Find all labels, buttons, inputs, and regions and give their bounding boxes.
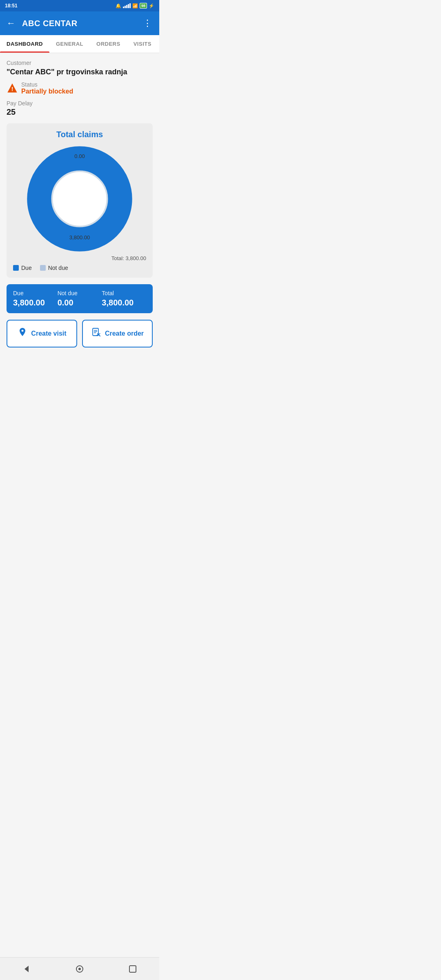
create-order-icon bbox=[91, 327, 102, 340]
status-time: 18:51 bbox=[5, 3, 18, 9]
legend-due-label: Due bbox=[21, 265, 32, 271]
overflow-menu-button[interactable]: ⋮ bbox=[143, 18, 153, 29]
warning-icon: ! bbox=[7, 82, 18, 94]
back-button[interactable]: ← bbox=[7, 18, 16, 29]
create-order-button[interactable]: Create order bbox=[82, 320, 153, 347]
summary-due-value: 3,800.00 bbox=[13, 298, 58, 307]
charging-icon: ⚡ bbox=[149, 3, 154, 9]
create-visit-button[interactable]: Create visit bbox=[7, 320, 77, 347]
claims-section: Total claims 0.00 3,800.00 Total: 3,800.… bbox=[7, 123, 153, 278]
notification-icon: 🔔 bbox=[116, 3, 121, 9]
signal-icon bbox=[123, 3, 131, 8]
status-value: Partially blocked bbox=[21, 88, 73, 95]
create-order-label: Create order bbox=[105, 330, 144, 337]
legend-due-dot bbox=[13, 265, 19, 271]
tab-general[interactable]: GENERAL bbox=[49, 35, 90, 53]
svg-text:!: ! bbox=[11, 86, 13, 92]
legend-due: Due bbox=[13, 265, 32, 271]
chart-total: Total: 3,800.00 bbox=[13, 255, 146, 261]
svg-point-4 bbox=[53, 172, 106, 225]
tab-survey[interactable]: SURV… bbox=[158, 35, 159, 53]
chart-legend: Due Not due bbox=[13, 265, 146, 271]
app-bar: ← ABC CENTAR ⋮ bbox=[0, 11, 159, 35]
claims-title: Total claims bbox=[13, 130, 146, 139]
create-visit-label: Create visit bbox=[31, 330, 66, 337]
customer-name: "Centar ABC" pr trgovinska radnja bbox=[7, 68, 153, 76]
legend-not-due: Not due bbox=[40, 265, 68, 271]
customer-section: Customer "Centar ABC" pr trgovinska radn… bbox=[7, 60, 153, 76]
status-row: ! Status Partially blocked bbox=[7, 81, 153, 95]
status-bar: 18:51 🔔 📶 98 ⚡ bbox=[0, 0, 159, 11]
summary-total: Total 3,800.00 bbox=[102, 290, 146, 307]
tab-orders[interactable]: ORDERS bbox=[90, 35, 127, 53]
wifi-icon: 📶 bbox=[132, 3, 138, 9]
legend-not-due-label: Not due bbox=[48, 265, 68, 271]
summary-total-value: 3,800.00 bbox=[102, 298, 146, 307]
summary-total-label: Total bbox=[102, 290, 146, 296]
summary-not-due-label: Not due bbox=[58, 290, 102, 296]
chart-label-top: 0.00 bbox=[74, 153, 85, 159]
pay-delay-label: Pay Delay bbox=[7, 100, 153, 107]
app-bar-title: ABC CENTAR bbox=[22, 19, 136, 28]
summary-not-due: Not due 0.00 bbox=[58, 290, 102, 307]
chart-label-bottom: 3,800.00 bbox=[69, 234, 90, 241]
donut-chart: 0.00 3,800.00 bbox=[27, 146, 133, 252]
main-content: Customer "Centar ABC" pr trgovinska radn… bbox=[0, 53, 159, 361]
pay-delay-value: 25 bbox=[7, 107, 153, 117]
summary-due-label: Due bbox=[13, 290, 58, 296]
action-buttons: Create visit Create order bbox=[7, 320, 153, 347]
tab-visits[interactable]: VISITS bbox=[127, 35, 158, 53]
summary-bar: Due 3,800.00 Not due 0.00 Total 3,800.00 bbox=[7, 284, 153, 313]
summary-due: Due 3,800.00 bbox=[13, 290, 58, 307]
create-visit-icon bbox=[17, 327, 28, 340]
pay-delay-section: Pay Delay 25 bbox=[7, 100, 153, 117]
status-icons: 🔔 📶 98 ⚡ bbox=[116, 3, 154, 9]
tab-dashboard[interactable]: DASHBOARD bbox=[0, 35, 49, 53]
tab-bar: DASHBOARD GENERAL ORDERS VISITS SURV… bbox=[0, 35, 159, 53]
status-label: Status bbox=[21, 81, 73, 88]
customer-label: Customer bbox=[7, 60, 153, 66]
status-section: ! Status Partially blocked bbox=[7, 81, 153, 95]
legend-not-due-dot bbox=[40, 265, 46, 271]
summary-not-due-value: 0.00 bbox=[58, 298, 102, 307]
battery-icon: 98 bbox=[140, 3, 147, 9]
